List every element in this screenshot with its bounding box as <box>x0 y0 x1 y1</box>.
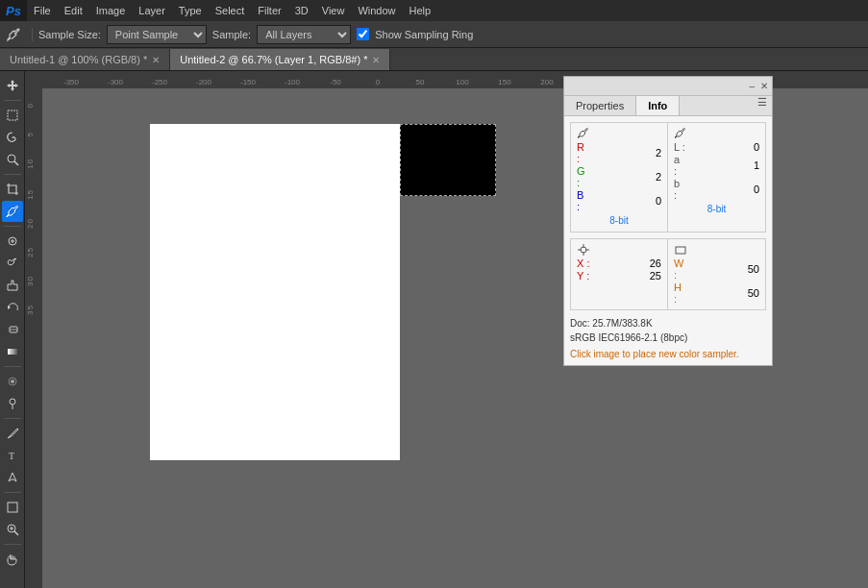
panel-tab-properties[interactable]: Properties <box>564 96 636 115</box>
tool-healing[interactable] <box>2 231 23 252</box>
ruler-left: 0 5 10 15 20 25 30 35 <box>25 88 42 588</box>
ps-logo: Ps <box>0 0 27 21</box>
sample-label: Sample: <box>212 29 251 40</box>
l-label: L : <box>674 141 685 153</box>
tool-shape[interactable] <box>2 497 23 518</box>
tool-separator-4 <box>4 366 21 367</box>
tool-lasso[interactable] <box>2 127 23 148</box>
svg-line-3 <box>14 161 18 165</box>
sample-select[interactable]: All Layers Current Layer <box>257 25 351 44</box>
tool-separator-6 <box>4 492 21 493</box>
r-label: R : <box>577 141 588 164</box>
svg-rect-10 <box>8 349 17 355</box>
panel-menu-icon[interactable]: ☰ <box>753 96 772 115</box>
panel-minimize-button[interactable]: – <box>749 81 755 91</box>
tab-untitled2-close[interactable]: ✕ <box>372 55 380 65</box>
h-label: H : <box>674 282 687 305</box>
tool-gradient[interactable] <box>2 341 23 362</box>
panel-close-button[interactable]: ✕ <box>760 81 768 91</box>
menu-view[interactable]: View <box>315 0 352 21</box>
tool-blur[interactable] <box>2 371 23 392</box>
tool-eyedropper[interactable] <box>2 201 23 222</box>
lab-icon-row <box>674 127 759 140</box>
tool-pen[interactable] <box>2 423 23 444</box>
g-row: G : 2 <box>577 165 661 188</box>
lab-section: L : 0 a : 1 b : 0 8-bit <box>668 123 765 232</box>
tool-marquee[interactable] <box>2 105 23 126</box>
tool-type[interactable]: T <box>2 445 23 466</box>
tool-path-selection[interactable] <box>2 467 23 488</box>
panel-title-buttons: – ✕ <box>749 81 768 91</box>
x-label: X : <box>577 257 590 269</box>
tool-history-brush[interactable] <box>2 297 23 318</box>
properties-panel: – ✕ Properties Info ☰ <box>563 76 773 366</box>
eyedropper-2-icon[interactable] <box>674 127 687 140</box>
g-value: 2 <box>656 171 661 183</box>
y-label: Y : <box>577 270 590 282</box>
sample-size-label: Sample Size: <box>38 29 101 40</box>
rgb-icon-row <box>577 127 661 140</box>
x-value: 26 <box>650 257 661 269</box>
tool-move[interactable] <box>2 75 23 96</box>
h-row: H : 50 <box>674 282 759 305</box>
tab-bar: Untitled-1 @ 100% (RGB/8) * ✕ Untitled-2… <box>0 48 868 71</box>
tool-clone-stamp[interactable] <box>2 275 23 296</box>
panel-tab-info[interactable]: Info <box>636 96 680 115</box>
rgb-section: R : 2 G : 2 B : 0 8-bit <box>571 123 668 232</box>
canvas-document[interactable] <box>150 124 400 460</box>
a-row: a : 1 <box>674 154 759 177</box>
tab-untitled1[interactable]: Untitled-1 @ 100% (RGB/8) * ✕ <box>0 49 170 70</box>
r-row: R : 2 <box>577 141 661 164</box>
options-bar: Sample Size: Point Sample 3 by 3 Average… <box>0 21 868 48</box>
b-label: B : <box>577 189 588 212</box>
main-area: T -350 -300 -250 -200 <box>0 71 868 588</box>
menu-layer[interactable]: Layer <box>132 0 172 21</box>
xy-section: X : 26 Y : 25 <box>571 239 668 309</box>
w-value: 50 <box>748 263 759 275</box>
ba-label: b : <box>674 178 685 201</box>
show-sampling-ring-checkbox[interactable] <box>357 28 369 40</box>
tool-separator-5 <box>4 418 21 419</box>
h-value: 50 <box>748 287 759 299</box>
tool-quick-select[interactable] <box>2 149 23 170</box>
tool-crop[interactable] <box>2 179 23 200</box>
left-bit-depth: 8-bit <box>577 213 661 228</box>
svg-point-12 <box>11 380 14 383</box>
sample-size-select[interactable]: Point Sample 3 by 3 Average 5 by 5 Avera… <box>107 25 207 44</box>
tool-eraser[interactable] <box>2 319 23 340</box>
menu-select[interactable]: Select <box>209 0 252 21</box>
right-bit-depth: 8-bit <box>674 202 759 216</box>
menu-image[interactable]: Image <box>89 0 133 21</box>
ba-value: 0 <box>754 184 759 195</box>
menu-window[interactable]: Window <box>351 0 402 21</box>
ba-row: b : 0 <box>674 178 759 201</box>
doc-info: Doc: 25.7M/383.8K sRGB IEC61966-2.1 (8bp… <box>570 316 766 345</box>
menu-file[interactable]: File <box>27 0 58 21</box>
xy-icon-row <box>577 243 661 257</box>
tab-untitled1-close[interactable]: ✕ <box>152 55 160 65</box>
tool-dodge[interactable] <box>2 393 23 414</box>
menu-edit[interactable]: Edit <box>58 0 89 21</box>
svg-rect-16 <box>8 502 17 512</box>
w-label: W : <box>674 257 687 281</box>
eyedropper-1-icon[interactable] <box>577 127 590 140</box>
tool-zoom[interactable] <box>2 519 23 540</box>
menu-filter[interactable]: Filter <box>251 0 287 21</box>
l-value: 0 <box>754 141 759 153</box>
tool-separator-1 <box>4 100 21 101</box>
tool-brush[interactable] <box>2 253 23 274</box>
menu-type[interactable]: Type <box>172 0 209 21</box>
menu-help[interactable]: Help <box>403 0 438 21</box>
svg-line-0 <box>14 33 15 34</box>
svg-rect-1 <box>8 110 17 120</box>
svg-text:T: T <box>9 451 14 461</box>
panel-titlebar: – ✕ <box>564 77 772 96</box>
tab-untitled2[interactable]: Untitled-2 @ 66.7% (Layer 1, RGB/8#) * ✕ <box>170 49 390 70</box>
canvas-area[interactable]: -350 -300 -250 -200 -150 -100 -50 0 50 1… <box>25 71 868 588</box>
y-row: Y : 25 <box>577 270 661 282</box>
panel-body: R : 2 G : 2 B : 0 8-bit <box>564 116 772 365</box>
menu-3d[interactable]: 3D <box>288 0 315 21</box>
wh-section: W : 50 H : 50 <box>668 239 765 309</box>
tab-untitled2-label: Untitled-2 @ 66.7% (Layer 1, RGB/8#) * <box>180 54 367 65</box>
tool-hand[interactable] <box>2 549 23 570</box>
